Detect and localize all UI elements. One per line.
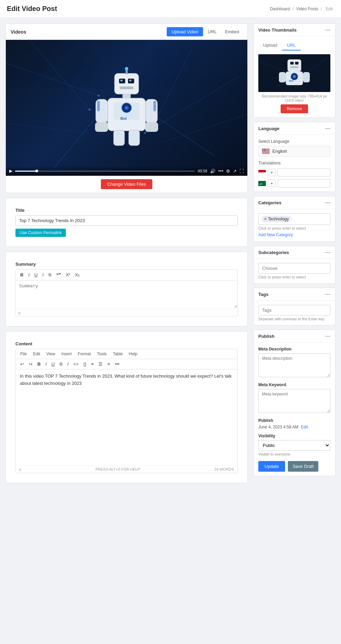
language-body: Select Language: [254, 135, 335, 192]
publish-date: June 4, 2023 4:58 AM Edit: [258, 425, 330, 429]
tag-x-icon[interactable]: ×: [264, 217, 267, 221]
upload-video-button[interactable]: Upload Video: [167, 27, 203, 36]
svg-rect-83: [258, 172, 266, 175]
content-footer: p PRESS ALT+0 FOR HELP 24 WORDS: [16, 465, 237, 473]
translation-row-sa: الله +: [258, 179, 330, 187]
menu-tools[interactable]: Tools: [96, 351, 108, 357]
tags-collapse[interactable]: —: [325, 291, 330, 297]
page-header: Edit Video Post Dashboard / Video Posts …: [0, 0, 341, 18]
tags-panel: Tags — Separate with commas or the Enter…: [253, 288, 336, 325]
thumb-tab-upload[interactable]: Upload: [258, 41, 282, 50]
thumb-tab-url[interactable]: URL: [282, 41, 301, 50]
breadcrumb-dashboard[interactable]: Dashboard: [270, 7, 290, 11]
title-label: Title: [15, 208, 238, 213]
title-input[interactable]: [15, 215, 238, 226]
thumbnails-collapse[interactable]: —: [325, 27, 330, 33]
permalink-button[interactable]: Use Custom Permalink: [15, 229, 66, 237]
remove-button[interactable]: Remove: [281, 104, 308, 113]
content-bold-btn[interactable]: B: [36, 361, 42, 367]
menu-file[interactable]: File: [19, 351, 28, 357]
language-panel: Language — Select Language: [253, 122, 336, 192]
add-translation-id-btn[interactable]: +: [268, 169, 275, 176]
redo-btn[interactable]: ↪: [27, 361, 34, 367]
code-btn[interactable]: <>: [72, 361, 80, 367]
svg-point-77: [262, 151, 263, 151]
visibility-select[interactable]: Public Private Password Protected: [258, 440, 330, 451]
bold-btn[interactable]: B: [19, 272, 25, 278]
publish-title: Publish: [258, 334, 274, 339]
subcategories-title: Subcategories: [258, 250, 289, 255]
add-translation-sa-btn[interactable]: +: [268, 180, 275, 187]
align-center-btn[interactable]: ☰: [97, 361, 104, 367]
language-collapse[interactable]: —: [325, 126, 330, 131]
more-btn[interactable]: •••: [113, 361, 121, 367]
progress-bar[interactable]: [15, 171, 195, 172]
quote-btn[interactable]: ❝❞: [55, 272, 63, 278]
svg-point-81: [264, 151, 265, 151]
add-new-category-btn[interactable]: Add New Category: [258, 232, 293, 237]
translation-id-input[interactable]: [278, 168, 330, 176]
align-right-btn[interactable]: ≡: [106, 361, 112, 367]
subcategories-input[interactable]: [258, 263, 330, 274]
external-icon[interactable]: ↗: [233, 169, 237, 174]
menu-help[interactable]: Help: [128, 351, 139, 357]
meta-description-textarea[interactable]: [258, 353, 330, 377]
settings-icon[interactable]: ⚙: [226, 169, 230, 174]
thumbnails-header: Video Thumbnails —: [254, 24, 335, 36]
publish-edit-link[interactable]: Edit: [301, 425, 308, 429]
menu-edit[interactable]: Edit: [32, 351, 41, 357]
undo-btn[interactable]: ↩: [19, 361, 26, 367]
embed-button[interactable]: Embed: [222, 27, 243, 36]
content-editor[interactable]: In this video TOP 7 Technology Trends in…: [16, 369, 237, 465]
underline-btn[interactable]: U: [33, 272, 39, 278]
tags-input[interactable]: [258, 305, 330, 315]
svg-point-78: [263, 151, 263, 151]
subcategories-collapse[interactable]: —: [325, 250, 330, 255]
play-control-btn[interactable]: ▶: [9, 169, 12, 173]
svg-point-60: [263, 149, 263, 149]
svg-rect-55: [262, 151, 270, 152]
menu-format[interactable]: Format: [77, 351, 92, 357]
tags-hint: Separate with commas or the Enter key: [258, 317, 330, 321]
svg-rect-33: [153, 101, 156, 111]
italic-btn[interactable]: I: [26, 272, 31, 278]
italic2-btn[interactable]: I: [40, 272, 45, 278]
sub-btn[interactable]: X₂: [73, 272, 82, 278]
save-draft-button[interactable]: Save Draft: [288, 461, 318, 472]
update-button[interactable]: Update: [258, 461, 285, 472]
menu-view[interactable]: View: [45, 351, 56, 357]
content-italic-btn[interactable]: I: [44, 361, 48, 367]
svg-point-67: [264, 149, 264, 150]
sup-btn[interactable]: X²: [64, 272, 72, 278]
summary-textarea[interactable]: [16, 280, 237, 308]
video-toolbar: Videos Upload Video URL Embed: [6, 24, 247, 40]
content-italic2-btn[interactable]: I: [66, 361, 70, 367]
svg-point-73: [263, 150, 263, 151]
content-underline-btn[interactable]: U: [50, 361, 56, 367]
menu-insert[interactable]: Insert: [60, 351, 73, 357]
breadcrumb-video-posts[interactable]: Video Posts: [296, 7, 318, 11]
visibility-label: Visibility: [258, 434, 330, 438]
id-flag-icon: [258, 170, 266, 175]
change-video-button[interactable]: Change Video Files: [101, 179, 152, 189]
code2-btn[interactable]: {}: [82, 361, 88, 367]
translation-sa-input[interactable]: [278, 179, 330, 187]
thumbnail-image: Bot: [258, 54, 330, 92]
publish-collapse[interactable]: —: [325, 333, 330, 339]
menu-table[interactable]: Table: [112, 351, 124, 357]
language-select-row[interactable]: English: [258, 146, 330, 157]
dots-icon[interactable]: ⦁⦁⦁: [218, 168, 223, 174]
strike-btn[interactable]: S: [47, 272, 53, 278]
categories-field[interactable]: × Technology: [258, 213, 330, 225]
url-button[interactable]: URL: [204, 27, 220, 36]
volume-icon[interactable]: 🔊: [210, 169, 215, 174]
meta-keyword-textarea[interactable]: [258, 389, 330, 413]
sa-flag-icon: الله: [258, 181, 266, 186]
content-strike-btn[interactable]: S: [58, 361, 64, 367]
fullscreen-icon[interactable]: ⛶: [239, 169, 244, 174]
align-left-btn[interactable]: ≡: [90, 361, 96, 367]
svg-rect-43: [295, 62, 298, 65]
categories-collapse[interactable]: —: [325, 200, 330, 205]
svg-point-64: [263, 149, 263, 150]
language-header: Language —: [254, 122, 335, 135]
